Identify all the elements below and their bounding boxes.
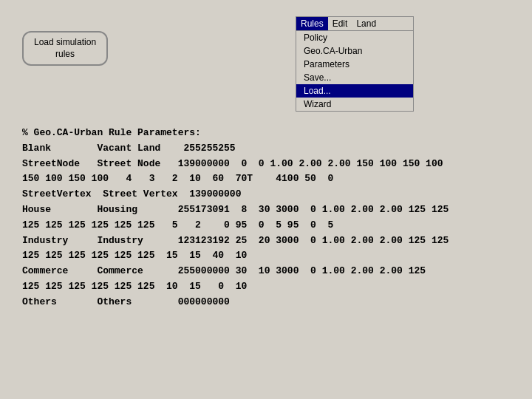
content-line: 125 125 125 125 125 125 5 2 0 95 0 5 95 … [22, 218, 517, 233]
menu-bar: Rules Edit Land [296, 17, 413, 31]
content-line: Blank Vacant Land 255255255 [22, 141, 517, 157]
main-content-area: % Geo.CA-Urban Rule Parameters:Blank Vac… [22, 126, 517, 310]
menu-item-geocaurban[interactable]: Geo.CA-Urban [296, 44, 413, 58]
menu-item-edit[interactable]: Edit [328, 17, 352, 30]
menu-item-rules[interactable]: Rules [296, 17, 328, 30]
content-line: StreetNode Street Node 139000000 0 0 1.0… [22, 157, 517, 172]
menu-dropdown: Policy Geo.CA-Urban Parameters Save... L… [296, 31, 413, 111]
content-line: Others Others 000000000 [22, 295, 517, 310]
menu-item-save[interactable]: Save... [296, 71, 413, 84]
menu-panel: Rules Edit Land Policy Geo.CA-Urban Para… [296, 16, 414, 112]
menu-item-wizard[interactable]: Wizard [296, 98, 413, 111]
content-line: House Housing 255173091 8 30 3000 0 1.00… [22, 202, 517, 218]
content-line: 125 125 125 125 125 125 15 15 40 10 [22, 248, 517, 264]
content-line: StreetVertex Street Vertex 139000000 [22, 187, 517, 202]
content-line: 125 125 125 125 125 125 10 15 0 10 [22, 279, 517, 295]
content-line: Industry Industry 123123192 25 20 3000 0… [22, 233, 517, 249]
menu-item-policy[interactable]: Policy [296, 31, 413, 44]
menu-item-load[interactable]: Load... [296, 84, 413, 98]
content-line: Commerce Commerce 255000000 30 10 3000 0… [22, 264, 517, 279]
content-line: 150 100 150 100 4 3 2 10 60 70T 4100 50 … [22, 171, 517, 187]
menu-item-parameters[interactable]: Parameters [296, 58, 413, 71]
load-simulation-rules-button[interactable]: Load simulationrules [22, 31, 108, 66]
content-line: % Geo.CA-Urban Rule Parameters: [22, 126, 517, 141]
menu-item-land[interactable]: Land [352, 17, 381, 30]
